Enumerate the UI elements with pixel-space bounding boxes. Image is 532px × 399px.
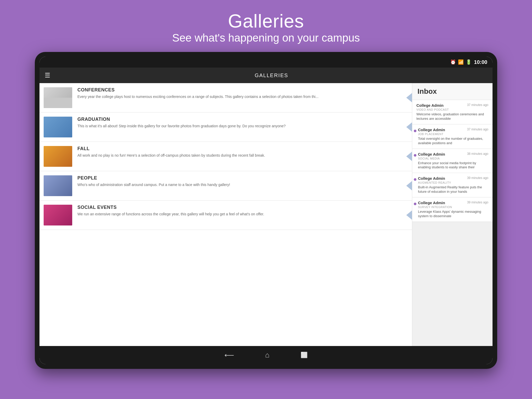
- inbox-sender-4: College Admin: [418, 176, 445, 181]
- hamburger-menu-icon[interactable]: ☰: [45, 72, 50, 79]
- inbox-time-1: 37 minutes ago: [467, 103, 488, 107]
- conferences-desc: Every year the college plays host to num…: [77, 94, 408, 99]
- fall-text: FALL All work and no play is no fun! Her…: [77, 146, 408, 158]
- inbox-time-3: 38 minutes ago: [467, 152, 488, 156]
- status-bar: ⏰ 📶 🔋 10:00: [39, 57, 493, 68]
- inbox-item-4[interactable]: College Admin 39 minutes ago AUGMENTED R…: [412, 173, 493, 197]
- inbox-preview-1: Welcome videos, graduation ceremonies an…: [416, 112, 488, 121]
- conferences-text: CONFERENCES Every year the college plays…: [77, 87, 408, 99]
- gallery-item-graduation[interactable]: GRADUATION This is what it's all about! …: [39, 112, 412, 142]
- inbox-sender-3: College Admin: [418, 152, 445, 156]
- inbox-time-4: 39 minutes ago: [467, 176, 488, 180]
- nav-back-button[interactable]: [224, 351, 234, 359]
- inbox-category-4: AUGMENTED REALITY: [418, 181, 488, 184]
- unread-dot-3: [414, 154, 416, 157]
- gallery-item-conferences[interactable]: CONFERENCES Every year the college plays…: [39, 83, 412, 112]
- nav-bar: [39, 346, 493, 364]
- alarm-icon: ⏰: [450, 59, 456, 65]
- inbox-sender-1: College Admin: [416, 103, 443, 108]
- content-area: CONFERENCES Every year the college plays…: [39, 83, 493, 346]
- inbox-item-5[interactable]: College Admin 39 minutes ago SURVEY INTE…: [412, 197, 493, 222]
- graduation-desc: This is what it's all about! Step inside…: [77, 124, 408, 129]
- app-bar-title: GALLERIES: [56, 72, 487, 78]
- inbox-time-5: 39 minutes ago: [467, 201, 488, 204]
- fall-desc: All work and no play is no fun! Here's a…: [77, 153, 408, 158]
- inbox-item-1[interactable]: College Admin 37 minutes ago VIDEO AND P…: [412, 100, 493, 124]
- conferences-chevron-icon: [406, 93, 412, 102]
- social-events-thumbnail: [44, 205, 72, 225]
- conferences-thumbnail: [44, 87, 72, 108]
- inbox-header: Inbox: [412, 83, 493, 100]
- page-subtitle: See what's happening on your campus: [172, 32, 360, 44]
- graduation-text: GRADUATION This is what it's all about! …: [77, 117, 408, 129]
- nav-home-button[interactable]: [265, 351, 270, 359]
- tablet-screen: ⏰ 📶 🔋 10:00 ☰ GALLERIES CONFERENCES Ever…: [39, 57, 493, 364]
- fall-title: FALL: [77, 146, 408, 151]
- inbox-item-3-header: College Admin 38 minutes ago: [418, 152, 488, 156]
- gallery-list: CONFERENCES Every year the college plays…: [39, 83, 412, 346]
- inbox-category-5: SURVEY INTEGRATION: [418, 205, 488, 209]
- battery-icon: 🔋: [466, 59, 471, 65]
- inbox-panel: Inbox College Admin 37 minutes ago VIDEO…: [412, 83, 493, 346]
- conferences-title: CONFERENCES: [77, 87, 408, 93]
- wifi-icon: 📶: [458, 59, 464, 65]
- page-header: Galleries See what's happening on your c…: [172, 0, 360, 52]
- gallery-item-fall[interactable]: FALL All work and no play is no fun! Her…: [39, 142, 412, 171]
- tablet-device: ⏰ 📶 🔋 10:00 ☰ GALLERIES CONFERENCES Ever…: [35, 52, 497, 369]
- social-events-desc: We run an extensive range of functions a…: [77, 212, 408, 217]
- status-time: 10:00: [474, 59, 487, 65]
- inbox-item-3[interactable]: College Admin 38 minutes ago SOCIAL MEDI…: [412, 149, 493, 173]
- inbox-category-3: SOCIAL MEDIA: [418, 157, 488, 160]
- inbox-preview-2: Total oversight on the number of graduat…: [418, 137, 488, 145]
- gallery-item-social-events[interactable]: SOCIAL EVENTS We run an extensive range …: [39, 201, 412, 230]
- gallery-item-people[interactable]: PEOPLE Who's who of administration staff…: [39, 171, 412, 201]
- inbox-item-5-header: College Admin 39 minutes ago: [418, 201, 488, 205]
- people-title: PEOPLE: [77, 175, 408, 181]
- inbox-item-2-header: College Admin 37 minutes ago: [418, 128, 488, 132]
- inbox-preview-5: Leverage Klass Apps' dynamic messaging s…: [418, 210, 488, 218]
- social-events-chevron-icon: [406, 210, 412, 220]
- inbox-preview-4: Built-in Augmented Reality feature puts …: [418, 185, 488, 194]
- unread-dot-2: [414, 130, 416, 132]
- inbox-category-2: JOB PLACEMENT: [418, 132, 488, 136]
- social-events-text: SOCIAL EVENTS We run an extensive range …: [77, 205, 408, 217]
- graduation-title: GRADUATION: [77, 117, 408, 122]
- graduation-chevron-icon: [406, 122, 412, 132]
- graduation-thumbnail: [44, 117, 72, 137]
- inbox-item-4-header: College Admin 39 minutes ago: [418, 176, 488, 181]
- inbox-category-1: VIDEO AND PODCAST: [416, 108, 488, 111]
- inbox-preview-3: Enhance your social media footprint by e…: [418, 161, 488, 170]
- social-events-title: SOCIAL EVENTS: [77, 205, 408, 210]
- page-title: Galleries: [172, 10, 360, 32]
- people-desc: Who's who of administration staff around…: [77, 182, 408, 188]
- inbox-sender-2: College Admin: [418, 128, 445, 132]
- fall-chevron-icon: [406, 152, 412, 161]
- people-text: PEOPLE Who's who of administration staff…: [77, 175, 408, 188]
- inbox-time-2: 37 minutes ago: [467, 128, 488, 131]
- unread-dot-5: [414, 203, 416, 205]
- inbox-item-1-header: College Admin 37 minutes ago: [416, 103, 488, 108]
- app-bar: ☰ GALLERIES: [39, 68, 493, 83]
- nav-recents-button[interactable]: [301, 352, 308, 358]
- people-thumbnail: [44, 175, 72, 196]
- inbox-sender-5: College Admin: [418, 201, 445, 205]
- unread-dot-4: [414, 178, 416, 181]
- inbox-item-2[interactable]: College Admin 37 minutes ago JOB PLACEME…: [412, 124, 493, 149]
- status-icons: ⏰ 📶 🔋: [450, 59, 471, 65]
- fall-thumbnail: [44, 146, 72, 167]
- people-chevron-icon: [406, 181, 412, 190]
